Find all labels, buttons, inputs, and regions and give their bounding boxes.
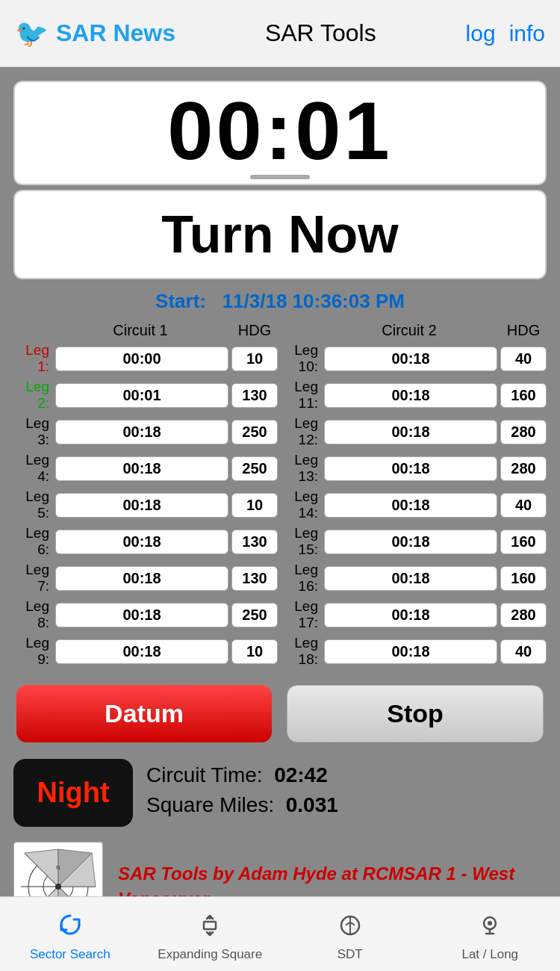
legs-container: Circuit 1 HDG Leg 1:00:0010Leg 2:00:0113… xyxy=(13,322,547,671)
tab-sector-search[interactable]: Sector Search xyxy=(0,907,140,962)
leg-time[interactable]: 00:18 xyxy=(55,420,228,444)
circuit1-legs: Leg 1:00:0010Leg 2:00:01130Leg 3:00:1825… xyxy=(13,342,278,668)
leg-label: Leg 10: xyxy=(282,342,321,375)
leg-hdg[interactable]: 130 xyxy=(231,566,278,591)
app-header: 🐦 SAR News SAR Tools log info xyxy=(0,0,560,67)
leg-label: Leg 17: xyxy=(282,598,321,631)
night-button[interactable]: Night xyxy=(13,759,133,827)
tab-expanding-square[interactable]: Expanding Square xyxy=(140,907,281,962)
leg-time[interactable]: 00:18 xyxy=(324,639,497,664)
leg-hdg[interactable]: 40 xyxy=(500,347,547,371)
leg-time[interactable]: 00:18 xyxy=(55,456,228,481)
leg-label: Leg 6: xyxy=(13,525,52,558)
expanding-square-icon xyxy=(197,913,223,944)
leg-row: Leg 12:00:18280 xyxy=(282,415,547,448)
leg-time[interactable]: 00:18 xyxy=(324,456,497,481)
leg-hdg[interactable]: 250 xyxy=(231,603,278,627)
leg-label: Leg 12: xyxy=(282,415,321,448)
leg-row: Leg 17:00:18280 xyxy=(282,598,547,631)
tab-lat-long[interactable]: Lat / Long xyxy=(420,907,561,962)
leg-label: Leg 14: xyxy=(282,488,321,521)
square-miles-value: 0.031 xyxy=(286,793,338,816)
leg-hdg[interactable]: 40 xyxy=(500,639,547,664)
tab-sdt[interactable]: SDT xyxy=(280,907,420,962)
leg-time[interactable]: 00:01 xyxy=(55,383,228,408)
stats-row: Night Circuit Time: 02:42 Square Miles: … xyxy=(13,759,547,827)
leg-time[interactable]: 00:18 xyxy=(324,383,497,408)
svg-point-16 xyxy=(55,884,61,890)
sar-news-link[interactable]: SAR News xyxy=(56,19,175,47)
leg-row: Leg 16:00:18160 xyxy=(282,562,547,595)
datum-button[interactable]: Datum xyxy=(16,685,272,742)
circuit1-hdg-header: HDG xyxy=(231,322,278,339)
leg-hdg[interactable]: 130 xyxy=(231,383,278,408)
leg-hdg[interactable]: 250 xyxy=(231,456,278,481)
leg-time[interactable]: 00:18 xyxy=(324,420,497,444)
leg-time[interactable]: 00:18 xyxy=(55,566,228,591)
leg-row: Leg 13:00:18280 xyxy=(282,452,547,485)
leg-label: Leg 7: xyxy=(13,562,52,595)
leg-label: Leg 13: xyxy=(282,452,321,485)
leg-row: Leg 3:00:18250 xyxy=(13,415,278,448)
page-title: SAR Tools xyxy=(265,19,376,47)
leg-row: Leg 14:00:1840 xyxy=(282,488,547,521)
leg-time[interactable]: 00:18 xyxy=(324,530,497,554)
leg-hdg[interactable]: 280 xyxy=(500,456,547,481)
info-button[interactable]: info xyxy=(509,21,545,46)
circuit2-time-header: Circuit 2 xyxy=(321,322,497,339)
leg-time[interactable]: 00:18 xyxy=(55,639,228,664)
circuit2-legs: Leg 10:00:1840Leg 11:00:18160Leg 12:00:1… xyxy=(282,342,547,668)
circuit-time-line: Circuit Time: 02:42 xyxy=(146,763,547,787)
leg-row: Leg 5:00:1810 xyxy=(13,488,278,521)
leg-label: Leg 15: xyxy=(282,525,321,558)
sector-search-icon xyxy=(57,913,83,944)
leg-hdg[interactable]: 10 xyxy=(231,639,278,664)
leg-row: Leg 7:00:18130 xyxy=(13,562,278,595)
leg-hdg[interactable]: 130 xyxy=(231,530,278,554)
leg-label: Leg 8: xyxy=(13,598,52,631)
twitter-icon: 🐦 xyxy=(15,18,49,49)
leg-label: Leg 1: xyxy=(13,342,52,375)
leg-row: Leg 1:00:0010 xyxy=(13,342,278,375)
start-label: Start: xyxy=(155,290,206,312)
leg-hdg[interactable]: 160 xyxy=(500,383,547,408)
leg-hdg[interactable]: 10 xyxy=(231,347,278,371)
circuit2-section: Circuit 2 HDG Leg 10:00:1840Leg 11:00:18… xyxy=(282,322,547,671)
leg-hdg[interactable]: 160 xyxy=(500,566,547,591)
leg-time[interactable]: 00:18 xyxy=(55,603,228,627)
leg-row: Leg 2:00:01130 xyxy=(13,379,278,412)
square-miles-line: Square Miles: 0.031 xyxy=(146,793,547,817)
leg-hdg[interactable]: 280 xyxy=(500,420,547,444)
circuit1-time-header: Circuit 1 xyxy=(52,322,228,339)
log-button[interactable]: log xyxy=(466,21,496,46)
leg-time[interactable]: 00:18 xyxy=(324,566,497,591)
leg-label: Leg 18: xyxy=(282,635,321,668)
leg-row: Leg 8:00:18250 xyxy=(13,598,278,631)
tab-expanding-square-label: Expanding Square xyxy=(158,947,262,962)
leg-hdg[interactable]: 250 xyxy=(231,420,278,444)
circuit1-section: Circuit 1 HDG Leg 1:00:0010Leg 2:00:0113… xyxy=(13,322,278,671)
leg-time[interactable]: 00:18 xyxy=(55,530,228,554)
tab-sdt-label: SDT xyxy=(337,947,363,962)
lat-long-icon xyxy=(477,913,503,944)
tab-sector-search-label: Sector Search xyxy=(30,947,111,962)
leg-time[interactable]: 00:00 xyxy=(55,347,228,371)
leg-hdg[interactable]: 10 xyxy=(231,493,278,518)
leg-time[interactable]: 00:18 xyxy=(324,603,497,627)
leg-hdg[interactable]: 280 xyxy=(500,603,547,627)
stats-info: Circuit Time: 02:42 Square Miles: 0.031 xyxy=(146,763,547,823)
circuit-time-value: 02:42 xyxy=(274,763,328,787)
square-miles-label: Square Miles: xyxy=(146,793,274,816)
leg-hdg[interactable]: 40 xyxy=(500,493,547,518)
header-actions: log info xyxy=(466,21,545,46)
leg-time[interactable]: 00:18 xyxy=(324,493,497,518)
leg-label: Leg 9: xyxy=(13,635,52,668)
leg-time[interactable]: 00:18 xyxy=(324,347,497,371)
stop-button[interactable]: Stop xyxy=(287,685,544,742)
leg-label: Leg 16: xyxy=(282,562,321,595)
leg-row: Leg 18:00:1840 xyxy=(282,635,547,668)
leg-hdg[interactable]: 160 xyxy=(500,530,547,554)
svg-rect-19 xyxy=(204,922,216,929)
leg-time[interactable]: 00:18 xyxy=(55,493,228,518)
leg-label: Leg 11: xyxy=(282,379,321,412)
